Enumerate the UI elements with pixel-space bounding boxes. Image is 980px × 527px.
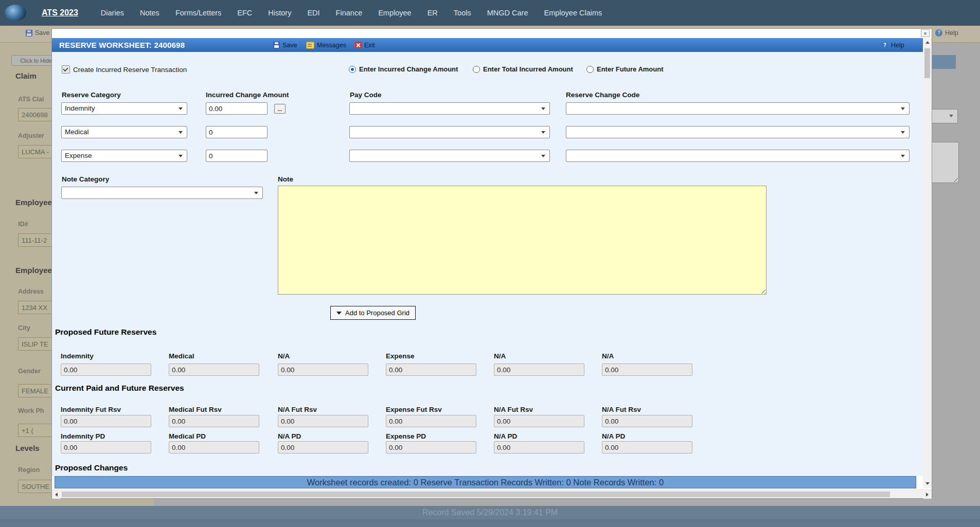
vertical-scrollbar-thumb[interactable] xyxy=(924,48,930,78)
cpfr-fut-value-medical[interactable] xyxy=(169,415,259,427)
nav-item-tools[interactable]: Tools xyxy=(454,9,471,17)
scroll-left-icon xyxy=(55,493,58,497)
enter-incurred-change-radio[interactable] xyxy=(349,66,356,73)
pay-code-header: Pay Code xyxy=(350,91,382,99)
radio-row-incurred-change: Enter Incurred Change Amount xyxy=(349,65,458,73)
cpfr-fut-label-na-1: N/A Fut Rsv xyxy=(278,406,317,413)
help-icon: ? xyxy=(881,42,888,49)
cpfr-fut-value-na-2[interactable] xyxy=(494,415,584,427)
nav-item-mngd-care[interactable]: MNGD Care xyxy=(487,9,528,17)
close-icon[interactable]: × xyxy=(921,29,930,37)
pfr-label-medical: Medical xyxy=(169,352,194,360)
reserve-category-value-2: Medical xyxy=(65,128,89,136)
incurred-amount-input-2[interactable] xyxy=(206,126,268,138)
nav-item-employee[interactable]: Employee xyxy=(378,9,411,17)
pay-code-select-2[interactable] xyxy=(349,126,550,138)
cpfr-fut-label-na-3: N/A Fut Rsv xyxy=(602,406,641,413)
cpfr-pd-value-expense[interactable] xyxy=(386,441,476,453)
modal-save-label: Save xyxy=(282,42,297,49)
nav-item-forms-letters[interactable]: Forms/Letters xyxy=(175,9,221,17)
modal-save-button[interactable]: Save xyxy=(273,38,297,52)
cpfr-pd-value-indemnity[interactable] xyxy=(61,441,151,453)
reserve-category-select-2[interactable]: Medical xyxy=(61,126,187,138)
pfr-value-expense[interactable] xyxy=(386,364,476,376)
nav-item-diaries[interactable]: Diaries xyxy=(101,9,124,17)
pfr-label-expense: Expense xyxy=(386,352,415,360)
scroll-down-button[interactable] xyxy=(923,479,932,488)
cpfr-fut-value-na-3[interactable] xyxy=(602,415,692,427)
reserve-change-code-select-3[interactable] xyxy=(566,150,910,162)
enter-future-amount-radio[interactable] xyxy=(586,66,594,73)
cpfr-fut-label-na-2: N/A Fut Rsv xyxy=(494,406,533,413)
cpfr-pd-value-na-1[interactable] xyxy=(278,441,368,453)
cpfr-fut-value-na-1[interactable] xyxy=(278,415,368,427)
pfr-label-na-1: N/A xyxy=(278,352,290,360)
reserve-change-code-select-1[interactable] xyxy=(566,102,910,115)
cpfr-pd-label-indemnity: Indemnity PD xyxy=(61,432,105,440)
incurred-amount-input-3[interactable] xyxy=(206,150,268,162)
pfr-value-indemnity[interactable] xyxy=(61,364,151,376)
reserve-category-value-3: Expense xyxy=(65,152,92,159)
pay-code-select-1[interactable] xyxy=(349,102,550,115)
current-paid-future-heading: Current Paid and Future Reserves xyxy=(55,384,184,393)
pfr-label-na-3: N/A xyxy=(602,352,614,360)
cpfr-pd-label-na-1: N/A PD xyxy=(278,432,301,440)
radio-row-future-amount: Enter Future Amount xyxy=(586,65,664,73)
modal-exit-label: Exit xyxy=(364,42,375,49)
modal-content: Create Incurred Reserve Transaction Ente… xyxy=(52,52,923,476)
pay-code-select-3[interactable] xyxy=(349,150,550,162)
pfr-value-na-1[interactable] xyxy=(278,364,368,376)
nav-item-er[interactable]: ER xyxy=(427,9,438,17)
cpfr-fut-value-indemnity[interactable] xyxy=(61,415,151,427)
incurred-amount-input-1[interactable] xyxy=(206,102,268,115)
create-incurred-label: Create Incurred Reserve Transaction xyxy=(73,66,187,74)
modal-messages-button[interactable]: Messages xyxy=(306,38,346,52)
cpfr-pd-value-na-2[interactable] xyxy=(494,441,584,453)
modal-title: RESERVE WORKSHEET: 2400698 xyxy=(59,41,185,49)
add-to-proposed-grid-button[interactable]: Add to Proposed Grid xyxy=(330,306,416,320)
nav-item-finance[interactable]: Finance xyxy=(336,9,363,17)
scroll-right-button[interactable] xyxy=(923,490,932,499)
modal-help-button[interactable]: ? Help xyxy=(881,38,904,52)
cpfr-fut-label-expense: Expense Fut Rsv xyxy=(386,406,442,413)
modal-help-label: Help xyxy=(891,42,904,49)
reserve-category-value-1: Indemnity xyxy=(65,104,95,112)
enter-total-incurred-radio[interactable] xyxy=(473,66,480,73)
enter-incurred-change-label: Enter Incurred Change Amount xyxy=(359,65,458,73)
note-category-select[interactable] xyxy=(61,187,263,199)
pfr-value-na-2[interactable] xyxy=(494,364,584,376)
cpfr-pd-label-na-3: N/A PD xyxy=(602,432,625,440)
nav-item-efc[interactable]: EFC xyxy=(237,9,252,17)
cpfr-pd-value-na-3[interactable] xyxy=(602,441,692,453)
cpfr-pd-value-medical[interactable] xyxy=(169,441,259,453)
note-label: Note xyxy=(278,175,293,183)
pfr-value-medical[interactable] xyxy=(169,364,259,376)
nav-item-edi[interactable]: EDI xyxy=(307,9,319,17)
pfr-value-na-3[interactable] xyxy=(602,364,692,376)
incurred-change-amount-header: Incurred Change Amount xyxy=(206,91,289,99)
top-nav: ATS 2023 Diaries Notes Forms/Letters EFC… xyxy=(0,0,980,26)
nav-item-employee-claims[interactable]: Employee Claims xyxy=(544,9,602,17)
scroll-up-button[interactable] xyxy=(923,38,932,47)
add-to-proposed-grid-label: Add to Proposed Grid xyxy=(345,309,409,317)
nav-brand[interactable]: ATS 2023 xyxy=(42,8,78,17)
reserve-change-code-select-2[interactable] xyxy=(566,126,910,138)
scroll-left-button[interactable] xyxy=(52,490,61,499)
nav-menu: Diaries Notes Forms/Letters EFC History … xyxy=(101,9,602,17)
amount-lookup-button[interactable]: ... xyxy=(274,104,286,114)
cpfr-fut-value-expense[interactable] xyxy=(386,415,476,427)
vertical-scrollbar[interactable] xyxy=(923,38,932,488)
reserve-category-select-1[interactable]: Indemnity xyxy=(61,102,187,115)
note-textarea[interactable] xyxy=(278,186,767,295)
create-incurred-checkbox[interactable] xyxy=(62,65,70,74)
nav-item-history[interactable]: History xyxy=(268,9,291,17)
modal-exit-button[interactable]: Exit xyxy=(355,38,375,52)
enter-future-amount-label: Enter Future Amount xyxy=(597,65,664,73)
exit-icon xyxy=(355,42,362,48)
note-category-label: Note Category xyxy=(62,175,109,183)
scroll-right-icon xyxy=(926,493,929,497)
reserve-category-select-3[interactable]: Expense xyxy=(61,150,187,162)
nav-item-notes[interactable]: Notes xyxy=(140,9,159,17)
horizontal-scrollbar[interactable] xyxy=(52,489,932,498)
horizontal-scrollbar-thumb[interactable] xyxy=(62,492,890,497)
